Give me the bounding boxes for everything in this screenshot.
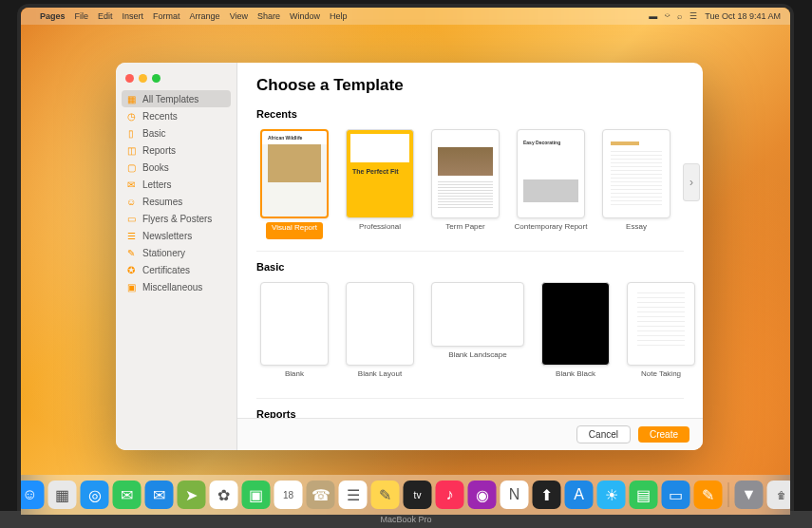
dock-pages-icon[interactable]: ✎ bbox=[694, 481, 723, 509]
template-label: Blank Landscape bbox=[448, 350, 506, 368]
dock-music-icon[interactable]: ♪ bbox=[436, 481, 464, 509]
window-controls bbox=[116, 70, 236, 90]
dock-news-icon[interactable]: N bbox=[500, 481, 529, 509]
app-menu[interactable]: Pages bbox=[40, 11, 66, 21]
create-button[interactable]: Create bbox=[638, 426, 689, 443]
sidebar-item-books[interactable]: ▢Books bbox=[116, 159, 236, 176]
template-thumbnail bbox=[431, 282, 524, 347]
section-recents-title: Recents bbox=[256, 103, 703, 125]
dock-messages-icon[interactable]: ✉ bbox=[113, 481, 142, 509]
dock-appstore-icon[interactable]: A bbox=[565, 481, 594, 509]
template-blank-layout[interactable]: Blank Layout bbox=[342, 282, 418, 387]
dock-stocks-icon[interactable]: ⬆ bbox=[533, 481, 561, 509]
grid-icon: ▦ bbox=[125, 93, 137, 104]
menu-window[interactable]: Window bbox=[290, 11, 320, 21]
template-blank[interactable]: Blank bbox=[256, 282, 332, 387]
ribbon-icon: ✪ bbox=[125, 264, 137, 275]
sidebar-item-reports[interactable]: ◫Reports bbox=[116, 141, 236, 159]
sidebar-item-label: Resumes bbox=[142, 197, 182, 207]
menu-format[interactable]: Format bbox=[153, 11, 180, 21]
menubar: Pages File Edit Insert Format Arrange Vi… bbox=[21, 8, 790, 25]
template-label: Essay bbox=[626, 222, 647, 239]
template-label: Term Paper bbox=[445, 222, 484, 239]
dock-podcasts-icon[interactable]: ◉ bbox=[468, 481, 497, 509]
menu-share[interactable]: Share bbox=[257, 11, 280, 21]
dock-calendar-icon[interactable]: 18 bbox=[274, 481, 303, 509]
template-note-taking[interactable]: Note Taking bbox=[623, 282, 699, 387]
dock-notes-icon[interactable]: ✎ bbox=[371, 481, 400, 509]
template-thumbnail bbox=[602, 129, 670, 218]
sidebar-item-label: Certificates bbox=[142, 265, 190, 275]
template-label: Contemporary Report bbox=[515, 222, 588, 239]
template-thumbnail bbox=[541, 282, 610, 366]
menu-view[interactable]: View bbox=[230, 11, 248, 21]
minimize-button[interactable] bbox=[139, 74, 147, 83]
template-label: Note Taking bbox=[641, 369, 681, 387]
dock-finder-icon[interactable]: ☺ bbox=[21, 481, 45, 509]
dock-launchpad-icon[interactable]: ▦ bbox=[48, 481, 77, 509]
sidebar-item-letters[interactable]: ✉Letters bbox=[116, 176, 236, 193]
pen-icon: ✎ bbox=[125, 247, 137, 258]
clock[interactable]: Tue Oct 18 9:41 AM bbox=[705, 11, 781, 21]
template-blank-landscape[interactable]: Blank Landscape bbox=[427, 282, 528, 387]
sidebar-item-recents[interactable]: ◷Recents bbox=[116, 107, 236, 124]
content-area: Choose a Template Recents Visual ReportT… bbox=[237, 63, 703, 450]
menu-help[interactable]: Help bbox=[330, 11, 348, 21]
sidebar-item-label: All Templates bbox=[142, 94, 198, 104]
menu-insert[interactable]: Insert bbox=[123, 11, 144, 21]
template-label: Professional bbox=[359, 222, 401, 239]
close-button[interactable] bbox=[125, 74, 134, 83]
sidebar-item-label: Books bbox=[142, 162, 169, 173]
sidebar-item-certificates[interactable]: ✪Certificates bbox=[116, 261, 236, 278]
template-term-paper[interactable]: Term Paper bbox=[427, 129, 503, 239]
battery-icon[interactable]: ▬ bbox=[649, 11, 657, 21]
template-essay[interactable]: Essay bbox=[598, 129, 674, 239]
scroll-right-button[interactable]: › bbox=[683, 163, 700, 201]
template-thumbnail bbox=[517, 129, 585, 218]
template-label: Blank Black bbox=[556, 369, 595, 387]
maximize-button[interactable] bbox=[152, 74, 161, 83]
dock-tv-icon[interactable]: tv bbox=[404, 481, 432, 509]
dock-safari-icon[interactable]: ◎ bbox=[81, 481, 109, 509]
template-visual-report[interactable]: Visual Report bbox=[256, 129, 332, 239]
template-scroll[interactable]: Recents Visual ReportThe Perfect FitProf… bbox=[237, 103, 703, 418]
dock-facetime-icon[interactable]: ▣ bbox=[242, 481, 271, 509]
wifi-icon[interactable]: ⌔ bbox=[665, 11, 670, 21]
menu-edit[interactable]: Edit bbox=[98, 11, 113, 21]
search-icon[interactable]: ⌕ bbox=[677, 11, 682, 21]
template-thumbnail bbox=[260, 129, 329, 218]
dock-downloads-icon[interactable]: ▼ bbox=[735, 481, 764, 509]
dock-photos-icon[interactable]: ✿ bbox=[210, 481, 238, 509]
template-contemporary-report[interactable]: Contemporary Report bbox=[513, 129, 589, 239]
sidebar-item-stationery[interactable]: ✎Stationery bbox=[116, 244, 236, 261]
sidebar-item-all-templates[interactable]: ▦All Templates bbox=[122, 90, 231, 107]
sidebar-item-basic[interactable]: ▯Basic bbox=[116, 124, 236, 141]
template-professional[interactable]: The Perfect FitProfessional bbox=[342, 129, 418, 239]
menu-arrange[interactable]: Arrange bbox=[190, 11, 220, 21]
cancel-button[interactable]: Cancel bbox=[576, 425, 631, 443]
dock: ☺▦◎✉✉➤✿▣18☎☰✎tv♪◉N⬆A☀▤▭✎▼🗑 bbox=[21, 475, 790, 515]
folder-icon: ▣ bbox=[125, 281, 137, 292]
divider bbox=[256, 251, 684, 252]
dock-mail-icon[interactable]: ✉ bbox=[145, 481, 174, 509]
dock-trash-icon[interactable]: 🗑 bbox=[767, 481, 791, 509]
sidebar-item-label: Newsletters bbox=[142, 231, 192, 241]
dock-contacts-icon[interactable]: ☎ bbox=[307, 481, 335, 509]
dock-numbers-icon[interactable]: ▤ bbox=[630, 481, 658, 509]
sidebar-item-newsletters[interactable]: ☰Newsletters bbox=[116, 227, 236, 244]
sidebar-item-flyers-posters[interactable]: ▭Flyers & Posters bbox=[116, 210, 236, 227]
control-center-icon[interactable]: ☰ bbox=[689, 11, 697, 21]
sidebar-item-label: Miscellaneous bbox=[142, 282, 202, 292]
menu-file[interactable]: File bbox=[75, 11, 89, 21]
template-chooser-window: ▦All Templates◷Recents▯Basic◫Reports▢Boo… bbox=[116, 63, 703, 450]
sidebar: ▦All Templates◷Recents▯Basic◫Reports▢Boo… bbox=[116, 63, 237, 450]
template-blank-black[interactable]: Blank Black bbox=[538, 282, 614, 387]
sidebar-item-resumes[interactable]: ☺Resumes bbox=[116, 193, 236, 210]
sidebar-item-label: Recents bbox=[142, 111, 178, 122]
dock-reminders-icon[interactable]: ☰ bbox=[339, 481, 368, 509]
section-reports-title: Reports bbox=[256, 403, 703, 418]
sidebar-item-miscellaneous[interactable]: ▣Miscellaneous bbox=[116, 278, 236, 295]
dock-keynote-icon[interactable]: ▭ bbox=[662, 481, 690, 509]
dock-maps-icon[interactable]: ➤ bbox=[178, 481, 206, 509]
dock-weather-icon[interactable]: ☀ bbox=[597, 481, 626, 509]
